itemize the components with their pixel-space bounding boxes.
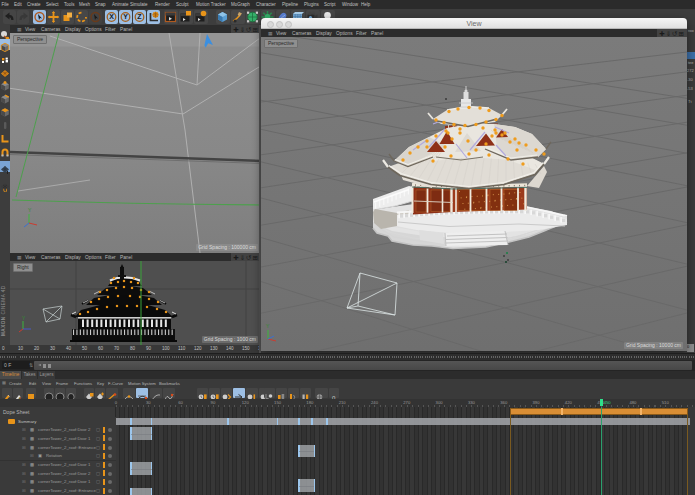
svg-text:Y: Y — [123, 13, 128, 20]
svg-text:Y: Y — [266, 323, 270, 329]
svg-text:Y: Y — [22, 315, 26, 321]
svg-text:Y: Y — [28, 207, 32, 213]
svg-text:Z: Z — [137, 13, 142, 20]
svg-text:X: X — [109, 13, 114, 20]
